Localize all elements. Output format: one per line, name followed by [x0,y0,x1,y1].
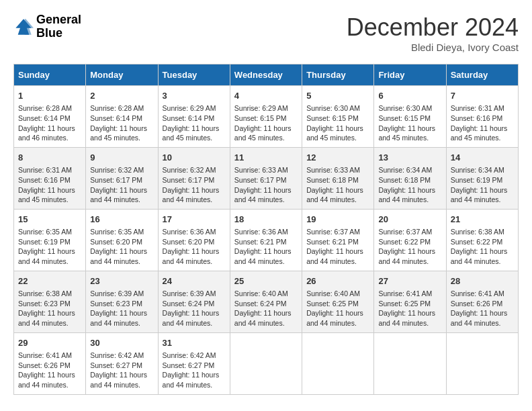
day-info: Sunrise: 6:31 AM Sunset: 6:16 PM Dayligh… [451,103,514,143]
calendar-body: 1Sunrise: 6:28 AM Sunset: 6:14 PM Daylig… [14,86,519,395]
day-number: 22 [18,275,81,287]
day-number: 24 [163,275,226,287]
day-info: Sunrise: 6:35 AM Sunset: 6:19 PM Dayligh… [18,227,81,267]
calendar-header-row: SundayMondayTuesdayWednesdayThursdayFrid… [14,64,519,86]
day-number: 2 [90,90,153,102]
day-info: Sunrise: 6:42 AM Sunset: 6:27 PM Dayligh… [163,351,226,390]
calendar-cell: 18Sunrise: 6:36 AM Sunset: 6:21 PM Dayli… [230,209,302,271]
calendar-cell [374,332,446,394]
logo-line2: Blue [36,27,81,40]
day-info: Sunrise: 6:38 AM Sunset: 6:22 PM Dayligh… [451,227,514,267]
day-number: 16 [90,214,153,226]
calendar-cell: 21Sunrise: 6:38 AM Sunset: 6:22 PM Dayli… [446,209,518,271]
day-info: Sunrise: 6:31 AM Sunset: 6:16 PM Dayligh… [18,165,81,205]
header-cell-saturday: Saturday [446,64,518,86]
day-info: Sunrise: 6:37 AM Sunset: 6:21 PM Dayligh… [306,227,369,267]
day-info: Sunrise: 6:28 AM Sunset: 6:14 PM Dayligh… [18,103,81,143]
calendar-cell: 27Sunrise: 6:41 AM Sunset: 6:25 PM Dayli… [374,271,446,332]
day-number: 13 [378,152,441,164]
calendar-cell: 20Sunrise: 6:37 AM Sunset: 6:22 PM Dayli… [374,209,446,271]
calendar-cell: 11Sunrise: 6:33 AM Sunset: 6:17 PM Dayli… [230,147,302,209]
calendar-cell: 4Sunrise: 6:29 AM Sunset: 6:15 PM Daylig… [230,86,302,148]
day-number: 7 [451,90,514,102]
month-title: December 2024 [347,13,519,42]
calendar-cell: 12Sunrise: 6:33 AM Sunset: 6:18 PM Dayli… [302,147,374,209]
calendar-cell: 5Sunrise: 6:30 AM Sunset: 6:15 PM Daylig… [302,86,374,148]
day-number: 27 [378,275,441,287]
day-number: 19 [306,214,369,226]
calendar-cell: 17Sunrise: 6:36 AM Sunset: 6:20 PM Dayli… [158,209,230,271]
day-number: 9 [90,152,153,164]
day-info: Sunrise: 6:32 AM Sunset: 6:17 PM Dayligh… [90,165,153,205]
page-header: General Blue December 2024 Bledi Dieya, … [13,13,519,53]
calendar-week-row: 15Sunrise: 6:35 AM Sunset: 6:19 PM Dayli… [14,209,519,271]
header-cell-friday: Friday [374,64,446,86]
day-info: Sunrise: 6:29 AM Sunset: 6:14 PM Dayligh… [163,103,226,143]
day-info: Sunrise: 6:41 AM Sunset: 6:25 PM Dayligh… [378,289,441,328]
logo: General Blue [13,13,81,40]
calendar-cell: 28Sunrise: 6:41 AM Sunset: 6:26 PM Dayli… [446,271,518,332]
day-number: 3 [163,90,226,102]
day-number: 30 [90,337,153,349]
svg-marker-2 [25,19,34,34]
calendar-week-row: 8Sunrise: 6:31 AM Sunset: 6:16 PM Daylig… [14,147,519,209]
calendar-week-row: 1Sunrise: 6:28 AM Sunset: 6:14 PM Daylig… [14,86,519,148]
day-number: 4 [234,90,298,102]
day-info: Sunrise: 6:41 AM Sunset: 6:26 PM Dayligh… [18,351,81,390]
day-number: 17 [163,214,226,226]
day-info: Sunrise: 6:41 AM Sunset: 6:26 PM Dayligh… [451,289,514,328]
calendar-cell: 25Sunrise: 6:40 AM Sunset: 6:24 PM Dayli… [230,271,302,332]
calendar-cell: 3Sunrise: 6:29 AM Sunset: 6:14 PM Daylig… [158,86,230,148]
day-info: Sunrise: 6:36 AM Sunset: 6:21 PM Dayligh… [234,227,298,267]
day-info: Sunrise: 6:33 AM Sunset: 6:18 PM Dayligh… [306,165,369,205]
calendar-cell: 31Sunrise: 6:42 AM Sunset: 6:27 PM Dayli… [158,332,230,394]
logo-icon [13,17,34,37]
day-info: Sunrise: 6:34 AM Sunset: 6:19 PM Dayligh… [451,165,514,205]
day-number: 14 [451,152,514,164]
calendar-cell: 8Sunrise: 6:31 AM Sunset: 6:16 PM Daylig… [14,147,86,209]
day-number: 6 [378,90,441,102]
day-info: Sunrise: 6:42 AM Sunset: 6:27 PM Dayligh… [90,351,153,390]
day-number: 10 [163,152,226,164]
day-info: Sunrise: 6:37 AM Sunset: 6:22 PM Dayligh… [378,227,441,267]
calendar-cell: 23Sunrise: 6:39 AM Sunset: 6:23 PM Dayli… [86,271,158,332]
calendar-cell [230,332,302,394]
logo-line1: General [36,13,81,27]
calendar-cell: 2Sunrise: 6:28 AM Sunset: 6:14 PM Daylig… [86,86,158,148]
day-info: Sunrise: 6:29 AM Sunset: 6:15 PM Dayligh… [234,103,298,143]
calendar-cell: 6Sunrise: 6:30 AM Sunset: 6:15 PM Daylig… [374,86,446,148]
calendar-cell: 10Sunrise: 6:32 AM Sunset: 6:17 PM Dayli… [158,147,230,209]
day-number: 31 [163,337,226,349]
calendar-cell: 16Sunrise: 6:35 AM Sunset: 6:20 PM Dayli… [86,209,158,271]
header-cell-monday: Monday [86,64,158,86]
day-info: Sunrise: 6:39 AM Sunset: 6:24 PM Dayligh… [163,289,226,328]
day-number: 18 [234,214,298,226]
day-info: Sunrise: 6:30 AM Sunset: 6:15 PM Dayligh… [378,103,441,143]
day-number: 11 [234,152,298,164]
day-number: 1 [18,90,81,102]
header-cell-thursday: Thursday [302,64,374,86]
calendar-cell: 19Sunrise: 6:37 AM Sunset: 6:21 PM Dayli… [302,209,374,271]
day-number: 12 [306,152,369,164]
day-number: 15 [18,214,81,226]
calendar-cell: 7Sunrise: 6:31 AM Sunset: 6:16 PM Daylig… [446,86,518,148]
day-number: 26 [306,275,369,287]
day-number: 8 [18,152,81,164]
calendar-cell [446,332,518,394]
day-info: Sunrise: 6:30 AM Sunset: 6:15 PM Dayligh… [306,103,369,143]
calendar-cell: 1Sunrise: 6:28 AM Sunset: 6:14 PM Daylig… [14,86,86,148]
day-info: Sunrise: 6:34 AM Sunset: 6:18 PM Dayligh… [378,165,441,205]
day-number: 25 [234,275,298,287]
day-number: 20 [378,214,441,226]
day-info: Sunrise: 6:33 AM Sunset: 6:17 PM Dayligh… [234,165,298,205]
calendar-cell: 22Sunrise: 6:38 AM Sunset: 6:23 PM Dayli… [14,271,86,332]
day-number: 23 [90,275,153,287]
calendar-cell: 29Sunrise: 6:41 AM Sunset: 6:26 PM Dayli… [14,332,86,394]
calendar-cell: 26Sunrise: 6:40 AM Sunset: 6:25 PM Dayli… [302,271,374,332]
day-info: Sunrise: 6:36 AM Sunset: 6:20 PM Dayligh… [163,227,226,267]
calendar-cell: 14Sunrise: 6:34 AM Sunset: 6:19 PM Dayli… [446,147,518,209]
calendar-cell: 9Sunrise: 6:32 AM Sunset: 6:17 PM Daylig… [86,147,158,209]
header-cell-sunday: Sunday [14,64,86,86]
calendar-cell [302,332,374,394]
header-cell-tuesday: Tuesday [158,64,230,86]
